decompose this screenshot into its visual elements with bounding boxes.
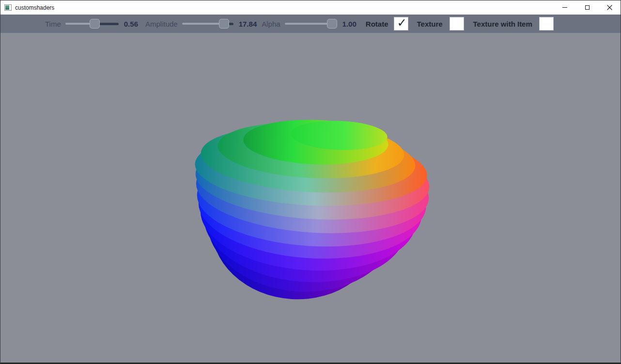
- alpha-value: 1.00: [342, 20, 357, 28]
- texture-with-item-checkbox[interactable]: [539, 17, 554, 30]
- viewport-3d[interactable]: [0, 33, 621, 363]
- rotate-checkbox[interactable]: ✓: [394, 17, 408, 30]
- texture-checkbox[interactable]: [450, 17, 464, 30]
- shader-blob-scene: [0, 33, 621, 363]
- amplitude-slider-handle[interactable]: [219, 19, 229, 29]
- check-icon: ✓: [397, 17, 406, 29]
- checkbox-label-rotate: Rotate: [366, 20, 388, 28]
- minimize-button[interactable]: [554, 0, 576, 15]
- slider-label-alpha: Alpha: [262, 20, 280, 28]
- alpha-slider[interactable]: [285, 18, 337, 29]
- blob-layers: [193, 118, 432, 304]
- app-icon: [4, 4, 12, 11]
- title-bar: customshaders: [0, 0, 621, 15]
- maximize-icon: [585, 5, 590, 10]
- maximize-button[interactable]: [576, 0, 598, 15]
- amplitude-value: 17.84: [239, 20, 257, 28]
- time-value: 0.56: [124, 20, 138, 28]
- slider-label-amplitude: Amplitude: [145, 20, 178, 28]
- alpha-slider-handle[interactable]: [327, 19, 337, 29]
- time-slider[interactable]: [65, 18, 119, 29]
- checkbox-label-texture: Texture: [417, 20, 442, 28]
- checkbox-label-texture-with-item: Texture with Item: [473, 20, 532, 28]
- minimize-icon: [562, 7, 567, 8]
- window-title: customshaders: [15, 4, 54, 11]
- time-slider-handle[interactable]: [90, 19, 100, 29]
- close-button[interactable]: [598, 0, 621, 15]
- app-window: customshaders Time 0.56 Amplitude: [0, 0, 621, 364]
- close-icon: [607, 5, 612, 10]
- amplitude-slider[interactable]: [182, 18, 233, 29]
- slider-label-time: Time: [45, 20, 61, 28]
- toolbar: Time 0.56 Amplitude 17.84 Alpha 1.00 Rot…: [0, 15, 621, 33]
- window-controls: [554, 0, 621, 15]
- app-icon-pane: [5, 5, 9, 10]
